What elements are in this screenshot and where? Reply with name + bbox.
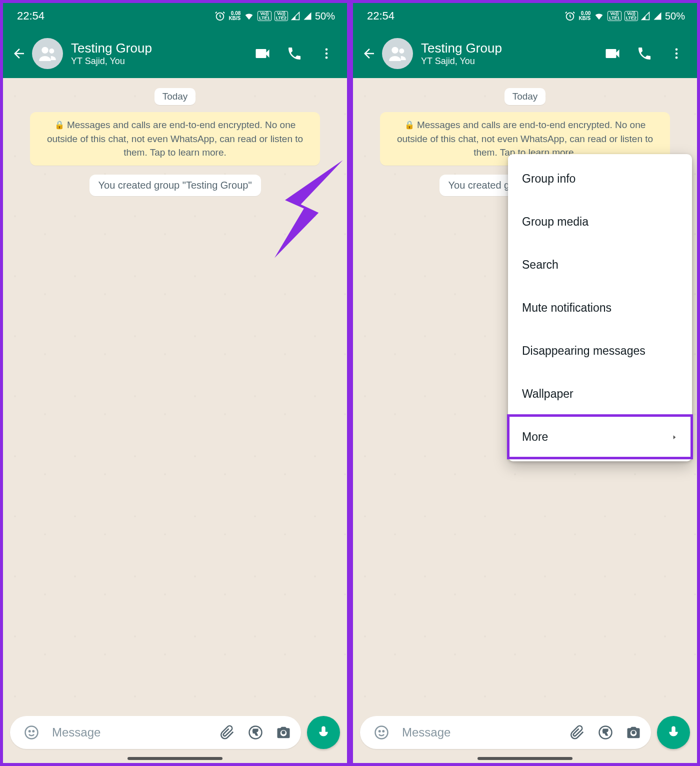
message-input[interactable]: Message ₹ bbox=[10, 716, 301, 749]
chat-body[interactable]: Today 🔒 Messages and calls are end-to-en… bbox=[353, 78, 697, 708]
lock-icon: 🔒 bbox=[54, 121, 64, 129]
svg-point-7 bbox=[26, 726, 38, 739]
svg-point-14 bbox=[399, 49, 404, 54]
menu-wallpaper[interactable]: Wallpaper bbox=[508, 372, 692, 415]
alarm-icon bbox=[214, 11, 226, 22]
attachment-icon[interactable] bbox=[215, 720, 240, 745]
back-button[interactable] bbox=[9, 44, 29, 64]
video-call-button[interactable] bbox=[598, 39, 627, 68]
svg-text:₹: ₹ bbox=[253, 728, 258, 736]
app-bar: Testing Group YT Sajid, You bbox=[353, 29, 697, 78]
overflow-menu: Group info Group media Search Mute notif… bbox=[508, 154, 692, 461]
signal1-icon bbox=[641, 12, 650, 21]
system-message: You created group "Testing Group" bbox=[90, 175, 261, 196]
chat-body[interactable]: Today 🔒 Messages and calls are end-to-en… bbox=[3, 78, 347, 708]
emoji-icon[interactable] bbox=[369, 720, 394, 745]
svg-point-15 bbox=[676, 49, 678, 51]
svg-point-19 bbox=[379, 730, 380, 732]
screenshot-right: 22:54 0.00KB/S Vo))LTE1 Vo))LTE2 50% bbox=[350, 0, 700, 766]
svg-point-17 bbox=[676, 57, 678, 59]
payment-icon[interactable]: ₹ bbox=[243, 720, 268, 745]
data-speed: 0.08KB/S bbox=[228, 11, 240, 21]
message-input[interactable]: Message ₹ bbox=[360, 716, 651, 749]
menu-group-media[interactable]: Group media bbox=[508, 200, 692, 243]
wifi-icon bbox=[244, 11, 254, 22]
camera-icon[interactable] bbox=[621, 720, 646, 745]
signal2-icon bbox=[303, 12, 312, 21]
svg-point-1 bbox=[42, 47, 48, 54]
app-bar: Testing Group YT Sajid, You bbox=[3, 29, 347, 78]
back-button[interactable] bbox=[359, 44, 379, 64]
svg-point-20 bbox=[383, 730, 384, 732]
signal2-icon bbox=[653, 12, 662, 21]
nav-handle[interactable] bbox=[128, 757, 222, 760]
volte1-badge: Vo))LTE1 bbox=[608, 11, 621, 21]
composer-bar: Message ₹ bbox=[3, 708, 347, 763]
menu-more[interactable]: More bbox=[508, 415, 692, 458]
volte2-badge: Vo))LTE2 bbox=[624, 11, 638, 21]
mic-button[interactable] bbox=[657, 716, 690, 749]
video-call-button[interactable] bbox=[248, 39, 277, 68]
nav-handle[interactable] bbox=[478, 757, 572, 760]
attachment-icon[interactable] bbox=[565, 720, 590, 745]
svg-point-3 bbox=[326, 49, 328, 51]
svg-point-8 bbox=[29, 730, 30, 732]
chat-title: Testing Group bbox=[71, 41, 245, 56]
chat-title: Testing Group bbox=[421, 41, 595, 56]
chat-subtitle: YT Sajid, You bbox=[71, 56, 245, 67]
composer-bar: Message ₹ bbox=[353, 708, 697, 763]
svg-point-4 bbox=[326, 53, 328, 55]
chat-subtitle: YT Sajid, You bbox=[421, 56, 595, 67]
mic-button[interactable] bbox=[307, 716, 340, 749]
menu-group-info[interactable]: Group info bbox=[508, 157, 692, 200]
svg-point-9 bbox=[33, 730, 34, 732]
status-time: 22:54 bbox=[17, 10, 44, 23]
screenshot-left: 22:54 0.08KB/S Vo))LTE1 Vo))LTE2 50% bbox=[0, 0, 350, 766]
emoji-icon[interactable] bbox=[19, 720, 44, 745]
chat-title-block[interactable]: Testing Group YT Sajid, You bbox=[421, 41, 595, 67]
message-placeholder: Message bbox=[402, 725, 562, 739]
voice-call-button[interactable] bbox=[280, 39, 309, 68]
group-avatar[interactable] bbox=[382, 38, 413, 69]
camera-icon[interactable] bbox=[271, 720, 296, 745]
status-battery: 50% bbox=[665, 11, 685, 22]
menu-mute-notifications[interactable]: Mute notifications bbox=[508, 286, 692, 329]
wifi-icon bbox=[594, 11, 604, 22]
svg-point-13 bbox=[392, 47, 398, 54]
lock-icon: 🔒 bbox=[404, 121, 414, 129]
svg-marker-6 bbox=[274, 160, 343, 258]
overflow-menu-button[interactable] bbox=[312, 39, 341, 68]
menu-disappearing-messages[interactable]: Disappearing messages bbox=[508, 329, 692, 372]
svg-point-18 bbox=[376, 726, 388, 739]
date-chip: Today bbox=[504, 88, 546, 105]
volte2-badge: Vo))LTE2 bbox=[274, 11, 288, 21]
status-bar: 22:54 0.08KB/S Vo))LTE1 Vo))LTE2 50% bbox=[3, 3, 347, 29]
chat-title-block[interactable]: Testing Group YT Sajid, You bbox=[71, 41, 245, 67]
encryption-text: Messages and calls are end-to-end encryp… bbox=[47, 120, 303, 158]
status-bar: 22:54 0.00KB/S Vo))LTE1 Vo))LTE2 50% bbox=[353, 3, 697, 29]
status-battery: 50% bbox=[315, 11, 335, 22]
chevron-right-icon bbox=[671, 430, 678, 444]
encryption-text: Messages and calls are end-to-end encryp… bbox=[397, 120, 653, 158]
encryption-banner[interactable]: 🔒 Messages and calls are end-to-end encr… bbox=[30, 112, 320, 166]
svg-point-5 bbox=[326, 57, 328, 59]
menu-search[interactable]: Search bbox=[508, 243, 692, 286]
tutorial-arrow bbox=[243, 158, 348, 265]
payment-icon[interactable]: ₹ bbox=[593, 720, 618, 745]
volte1-badge: Vo))LTE1 bbox=[258, 11, 271, 21]
date-chip: Today bbox=[154, 88, 196, 105]
overflow-menu-button[interactable] bbox=[662, 39, 691, 68]
data-speed: 0.00KB/S bbox=[578, 11, 590, 21]
svg-point-2 bbox=[49, 49, 54, 54]
group-avatar[interactable] bbox=[32, 38, 63, 69]
signal1-icon bbox=[291, 12, 300, 21]
status-time: 22:54 bbox=[367, 10, 394, 23]
message-placeholder: Message bbox=[52, 725, 212, 739]
alarm-icon bbox=[564, 11, 576, 22]
voice-call-button[interactable] bbox=[630, 39, 659, 68]
svg-text:₹: ₹ bbox=[603, 728, 608, 736]
svg-point-16 bbox=[676, 53, 678, 55]
